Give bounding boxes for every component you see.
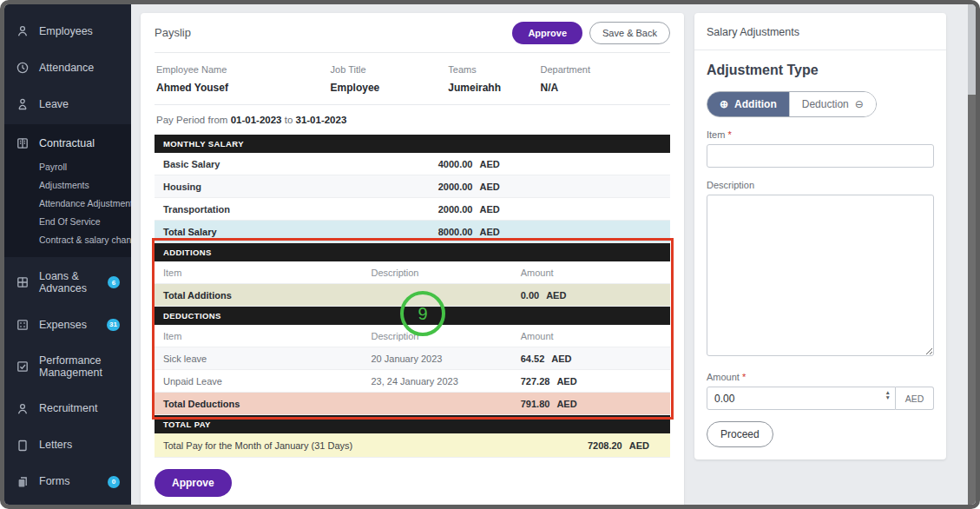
department-label: Department <box>540 64 668 75</box>
loans-grid-icon <box>16 275 30 289</box>
submenu-item-adjustments[interactable]: Adjustments <box>39 175 131 194</box>
sidebar-item-label: Recruitment <box>39 402 120 414</box>
contractual-submenu: Payroll Adjustments Attendance Adjustmen… <box>4 157 131 248</box>
sidebar-item-letters[interactable]: Letters <box>4 427 131 464</box>
expenses-grid-icon <box>16 318 30 332</box>
sidebar-item-employees[interactable]: Employees <box>4 13 131 50</box>
employees-person-icon <box>16 24 30 38</box>
leave-person-icon <box>16 97 30 111</box>
sidebar: Employees Attendance Leave Contractual P… <box>4 4 131 505</box>
pay-period-end: 31-01-2023 <box>295 115 346 125</box>
sidebar-item-timesheet[interactable]: Timesheet <box>4 500 131 506</box>
sidebar-item-expenses[interactable]: Expenses 31 <box>4 307 131 343</box>
sidebar-item-recruitment[interactable]: Recruitment <box>4 391 131 427</box>
letters-document-icon <box>16 439 30 453</box>
recruitment-person-icon <box>16 402 30 416</box>
sidebar-item-performance-management[interactable]: Performance Management <box>4 343 131 391</box>
teams-label: Teams <box>448 64 540 75</box>
main-area: Payslip Approve Save & Back Employee Nam… <box>131 4 976 505</box>
submenu-item-contract-salary-change[interactable]: Contract & salary change <box>39 230 131 248</box>
sidebar-item-label: Contractual <box>39 137 120 149</box>
table-row-housing: Housing 2000.00AED <box>155 175 670 198</box>
stepper-down-icon[interactable]: ▼ <box>885 395 891 400</box>
teams-value: Jumeirahh <box>448 82 540 94</box>
table-row-basic-salary: Basic Salary 4000.00AED <box>155 153 670 175</box>
sidebar-item-loans-advances[interactable]: Loans & Advances 6 <box>4 259 131 307</box>
description-textarea[interactable] <box>707 195 934 356</box>
save-back-button[interactable]: Save & Back <box>589 22 670 44</box>
table-row-total-deductions: Total Deductions 791.80AED <box>155 393 670 415</box>
adjustment-type-toggle: ⊕ Addition Deduction ⊖ <box>707 91 877 117</box>
description-field-label: Description <box>707 180 934 190</box>
employee-info: Employee Name Ahmed Yousef Job Title Emp… <box>155 53 670 105</box>
table-row-transportation: Transportation 2000.00AED <box>155 198 670 221</box>
forms-count-badge: 0 <box>108 476 120 488</box>
plus-circle-icon: ⊕ <box>720 98 728 110</box>
proceed-button[interactable]: Proceed <box>707 421 773 447</box>
item-field-label: Item * <box>707 129 934 140</box>
payslip-card: Payslip Approve Save & Back Employee Nam… <box>141 13 684 508</box>
employee-name-value: Ahmed Yousef <box>156 82 331 94</box>
job-title-value: Employee <box>331 82 449 94</box>
pay-period-start: 01-01-2023 <box>231 115 282 125</box>
expenses-count-badge: 31 <box>107 319 120 331</box>
sidebar-item-forms[interactable]: Forms 0 <box>4 464 131 500</box>
table-row-total-salary: Total Salary 8000.00AED <box>155 221 670 243</box>
amount-stepper[interactable]: ▲ ▼ <box>885 390 891 400</box>
adjustment-type-title: Adjustment Type <box>707 63 934 78</box>
approve-button[interactable]: Approve <box>512 22 582 44</box>
performance-checkbox-icon <box>16 360 30 373</box>
amount-field-label: Amount * <box>707 372 934 382</box>
scrollbar-thumb[interactable] <box>968 95 976 505</box>
amount-input[interactable] <box>707 387 896 410</box>
minus-circle-icon: ⊖ <box>855 98 864 110</box>
sidebar-item-contractual[interactable]: Contractual <box>4 128 131 157</box>
app-window: Employees Attendance Leave Contractual P… <box>0 0 980 509</box>
table-row-unpaid-leave: Unpaid Leave 23, 24 January 2023 727.28A… <box>155 370 670 393</box>
employee-name-label: Employee Name <box>156 64 331 75</box>
pay-period: Pay Period from 01-01-2023 to 31-01-2023 <box>155 105 670 135</box>
sidebar-section-contractual: Contractual Payroll Adjustments Attendan… <box>4 124 131 257</box>
forms-copy-icon <box>16 475 30 489</box>
deductions-column-headers: Item Description Amount <box>155 325 670 347</box>
sidebar-item-label: Expenses <box>39 319 97 331</box>
sidebar-item-label: Employees <box>39 25 120 37</box>
page-title: Payslip <box>155 26 191 39</box>
payslip-tables: MONTHLY SALARY Basic Salary 4000.00AED H… <box>155 135 670 458</box>
deduction-toggle-button[interactable]: Deduction ⊖ <box>789 92 876 116</box>
sidebar-item-label: Forms <box>39 475 98 487</box>
table-row-sick-leave: Sick leave 20 January 2023 64.52AED <box>155 347 670 370</box>
table-row-total-additions: Total Additions 0.00AED <box>155 284 670 307</box>
sidebar-item-label: Loans & Advances <box>39 270 98 295</box>
sidebar-item-label: Performance Management <box>39 354 119 380</box>
job-title-label: Job Title <box>331 64 449 75</box>
department-value: N/A <box>540 82 668 94</box>
sidebar-item-label: Leave <box>39 98 120 110</box>
window-scrollbar[interactable] <box>968 4 976 505</box>
submenu-item-end-of-service[interactable]: End Of Service <box>39 212 131 230</box>
loans-count-badge: 6 <box>108 276 120 288</box>
item-input[interactable] <box>707 144 934 168</box>
deductions-header: DEDUCTIONS <box>155 307 670 325</box>
sidebar-item-label: Attendance <box>39 62 120 74</box>
contractual-book-icon <box>16 136 30 150</box>
approve-button-bottom[interactable]: Approve <box>155 469 232 497</box>
sidebar-item-label: Letters <box>39 439 120 451</box>
payslip-header: Payslip Approve Save & Back <box>155 13 670 53</box>
monthly-salary-header: MONTHLY SALARY <box>155 135 670 153</box>
total-pay-header: TOTAL PAY <box>155 415 670 433</box>
sidebar-item-leave[interactable]: Leave <box>4 86 131 122</box>
panel-title: Salary Adjustments <box>694 13 946 50</box>
additions-header: ADDITIONS <box>155 243 670 261</box>
table-row-total-pay: Total Pay for the Month of January (31 D… <box>155 433 670 458</box>
currency-suffix: AED <box>896 387 934 410</box>
sidebar-item-attendance[interactable]: Attendance <box>4 50 131 86</box>
addition-toggle-button[interactable]: ⊕ Addition <box>707 92 789 116</box>
submenu-item-attendance-adjustments[interactable]: Attendance Adjustments <box>39 194 131 212</box>
attendance-clock-icon <box>16 61 30 75</box>
additions-column-headers: Item Description Amount <box>155 261 670 284</box>
submenu-item-payroll[interactable]: Payroll <box>39 157 131 175</box>
salary-adjustments-panel: Salary Adjustments Adjustment Type ⊕ Add… <box>694 13 946 459</box>
